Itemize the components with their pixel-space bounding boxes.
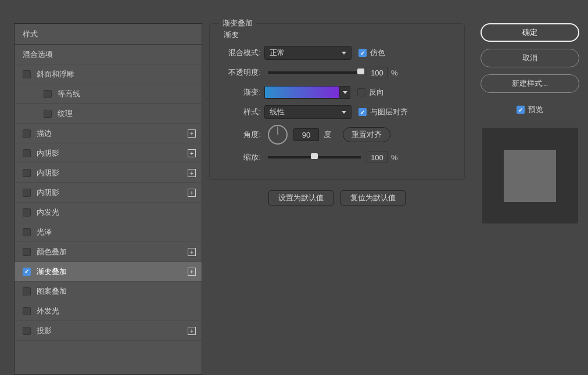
sidebar-checkbox-10[interactable] — [23, 268, 31, 276]
preview-row: 预览 — [517, 104, 543, 115]
plus-icon[interactable]: + — [188, 129, 196, 138]
sidebar-checkbox-5[interactable] — [23, 169, 31, 177]
sidebar-item-label: 外发光 — [37, 306, 59, 316]
sidebar-item-label: 颜色叠加 — [37, 247, 67, 257]
sidebar-item-1[interactable]: 等高线 — [15, 84, 202, 104]
percent-label-2: % — [391, 153, 398, 162]
sidebar-item-12[interactable]: 外发光 — [15, 301, 202, 321]
plus-icon[interactable]: + — [188, 248, 196, 256]
preview-label: 预览 — [528, 104, 543, 115]
plus-icon[interactable]: + — [188, 189, 196, 197]
sidebar-item-0[interactable]: 斜面和浮雕 — [15, 64, 202, 84]
new-style-button[interactable]: 新建样式... — [481, 74, 579, 93]
preview-checkbox[interactable] — [517, 106, 525, 114]
sidebar-item-label: 纹理 — [58, 109, 73, 119]
sidebar-header: 样式 — [15, 24, 202, 45]
gradient-row: 渐变: 反向 — [219, 85, 455, 99]
gradient-subtitle: 渐变 — [219, 30, 455, 40]
sidebar-item-2[interactable]: 纹理 — [15, 104, 202, 124]
scale-slider[interactable] — [268, 156, 361, 158]
scale-slider-handle[interactable] — [311, 153, 318, 159]
scale-row: 缩放: % — [219, 150, 455, 164]
percent-label: % — [391, 68, 398, 77]
blending-options-label: 混合选项 — [23, 49, 53, 60]
scale-input[interactable] — [367, 152, 388, 163]
sidebar-item-label: 内发光 — [37, 207, 59, 218]
sidebar-checkbox-13[interactable] — [23, 327, 31, 335]
scale-label: 缩放: — [219, 152, 261, 163]
gradient-preview[interactable] — [264, 86, 340, 99]
sidebar-checkbox-1[interactable] — [44, 90, 52, 98]
angle-input[interactable] — [293, 128, 319, 141]
sidebar-item-11[interactable]: 图案叠加 — [15, 282, 202, 301]
sidebar-title: 样式 — [23, 29, 38, 39]
plus-icon[interactable]: + — [188, 149, 196, 157]
style-value: 线性 — [270, 107, 285, 117]
cancel-button[interactable]: 取消 — [481, 49, 579, 67]
sidebar-item-8[interactable]: 光泽 — [15, 222, 202, 242]
reverse-checkbox[interactable] — [357, 88, 365, 96]
sidebar-item-label: 光泽 — [37, 227, 52, 237]
sidebar-checkbox-8[interactable] — [23, 228, 31, 236]
plus-icon[interactable]: + — [188, 268, 196, 276]
plus-icon[interactable]: + — [188, 327, 196, 335]
style-row: 样式: 线性 与图层对齐 — [219, 105, 455, 119]
default-buttons-row: 设置为默认值 复位为默认值 — [209, 190, 465, 205]
set-default-button[interactable]: 设置为默认值 — [268, 190, 334, 205]
ok-button[interactable]: 确定 — [481, 23, 579, 42]
blend-mode-select[interactable]: 正常 — [264, 46, 352, 60]
blend-mode-label: 混合模式: — [219, 48, 261, 58]
sidebar-item-4[interactable]: 内阴影+ — [15, 143, 202, 163]
style-label: 样式: — [219, 107, 261, 117]
sidebar-checkbox-6[interactable] — [23, 189, 31, 197]
sidebar-checkbox-4[interactable] — [23, 149, 31, 157]
sidebar-item-label: 渐变叠加 — [37, 266, 67, 277]
sidebar-checkbox-9[interactable] — [23, 248, 31, 256]
sidebar-item-5[interactable]: 内阴影+ — [15, 163, 202, 183]
main-panel: 渐变叠加 渐变 混合模式: 正常 仿色 不透明度: % 渐变: 反向 — [202, 23, 472, 375]
sidebar-item-6[interactable]: 内阴影+ — [15, 183, 202, 203]
sidebar-item-label: 内阴影 — [37, 188, 59, 198]
angle-row: 角度: 度 重置对齐 — [219, 125, 455, 145]
gradient-label: 渐变: — [219, 87, 261, 98]
sidebar-item-10[interactable]: 渐变叠加+ — [15, 262, 202, 282]
sidebar-checkbox-11[interactable] — [23, 287, 31, 295]
sidebar-item-13[interactable]: 投影+ — [15, 321, 202, 341]
dither-checkbox[interactable] — [358, 49, 367, 57]
sidebar-item-7[interactable]: 内发光 — [15, 203, 202, 222]
align-checkbox[interactable] — [358, 108, 367, 116]
sidebar-checkbox-12[interactable] — [23, 307, 31, 315]
blend-mode-value: 正常 — [270, 48, 285, 58]
styles-sidebar: 样式 混合选项 斜面和浮雕等高线纹理描边+内阴影+内阴影+内阴影+内发光光泽颜色… — [14, 23, 202, 375]
angle-unit-label: 度 — [324, 129, 331, 140]
align-label: 与图层对齐 — [370, 107, 408, 117]
sidebar-item-label: 图案叠加 — [37, 286, 67, 297]
opacity-label: 不透明度: — [219, 67, 261, 78]
style-select[interactable]: 线性 — [264, 105, 352, 119]
opacity-row: 不透明度: % — [219, 66, 455, 80]
preview-swatch-inner — [504, 150, 556, 202]
sidebar-item-label: 等高线 — [58, 89, 80, 99]
opacity-slider-handle[interactable] — [357, 68, 364, 74]
reset-default-button[interactable]: 复位为默认值 — [340, 190, 406, 205]
right-panel: 确定 取消 新建样式... 预览 — [472, 23, 588, 375]
opacity-input[interactable] — [367, 67, 388, 78]
sidebar-checkbox-2[interactable] — [44, 110, 52, 118]
sidebar-item-9[interactable]: 颜色叠加+ — [15, 242, 202, 262]
sidebar-checkbox-7[interactable] — [23, 208, 31, 217]
preview-swatch — [482, 128, 578, 223]
sidebar-item-label: 投影 — [37, 326, 52, 336]
gradient-dropdown-icon[interactable] — [340, 86, 350, 99]
sidebar-checkbox-3[interactable] — [23, 129, 31, 138]
blending-options-item[interactable]: 混合选项 — [15, 45, 202, 64]
angle-dial[interactable] — [268, 125, 288, 145]
sidebar-item-3[interactable]: 描边+ — [15, 124, 202, 143]
opacity-slider[interactable] — [268, 71, 361, 74]
sidebar-item-label: 描边 — [37, 128, 52, 139]
gradient-overlay-fieldset: 渐变叠加 渐变 混合模式: 正常 仿色 不透明度: % 渐变: 反向 — [209, 23, 465, 180]
reset-align-button[interactable]: 重置对齐 — [343, 127, 390, 142]
plus-icon[interactable]: + — [188, 169, 196, 177]
dither-label: 仿色 — [370, 48, 385, 58]
sidebar-checkbox-0[interactable] — [23, 70, 31, 78]
sidebar-item-label: 内阴影 — [37, 168, 59, 178]
